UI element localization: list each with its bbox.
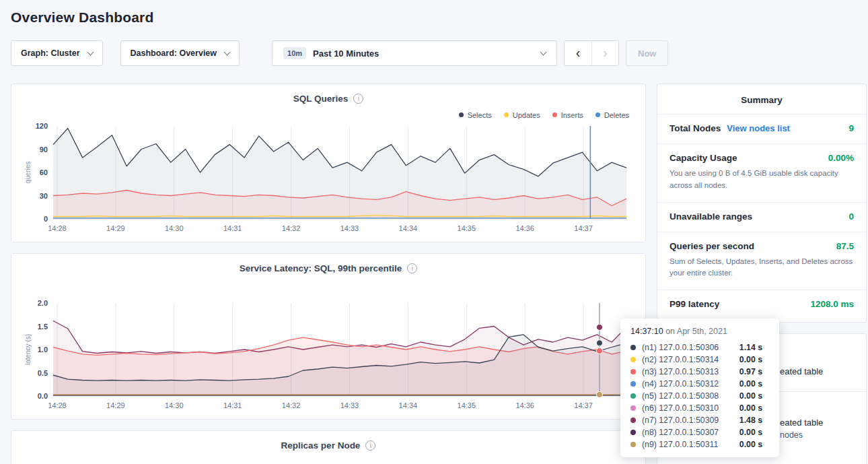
summary-value: 9 <box>848 123 854 133</box>
tooltip-node-label: (n3) 127.0.0.1:50313 <box>642 367 739 376</box>
node-color-dot-icon <box>630 442 636 447</box>
tooltip-rows: (n1) 127.0.0.1:503061.14 s(n2) 127.0.0.1… <box>620 341 779 451</box>
svg-text:14:29: 14:29 <box>106 224 125 232</box>
node-color-dot-icon <box>630 357 636 362</box>
svg-text:14:28: 14:28 <box>48 401 67 409</box>
summary-value: 1208.0 ms <box>810 299 854 309</box>
svg-text:14:37: 14:37 <box>574 401 593 409</box>
sql-queries-plot[interactable]: 14:2814:2914:3014:3114:3214:3314:3414:35… <box>22 121 633 236</box>
dashboard-controls: Graph: Cluster Dashboard: Overview 10m P… <box>11 40 867 66</box>
tooltip-node-value: 0.00 s <box>739 440 769 449</box>
svg-text:queries: queries <box>24 162 32 184</box>
node-color-dot-icon <box>630 405 636 411</box>
tooltip-node-label: (n7) 127.0.0.1:50309 <box>642 416 739 425</box>
legend-dot-icon <box>504 112 509 117</box>
summary-row: Unavailable ranges0 <box>670 211 854 222</box>
legend-dot-icon <box>552 112 557 117</box>
summary-item-capacity-usage: Capacity Usage0.00%You are using 0 B of … <box>657 143 866 202</box>
tooltip-node-value: 0.00 s <box>739 391 769 401</box>
svg-text:90: 90 <box>40 145 48 154</box>
legend-label: Deletes <box>604 111 629 119</box>
chevron-down-icon <box>540 48 547 55</box>
spacer <box>22 273 635 296</box>
svg-text:14:33: 14:33 <box>340 224 359 232</box>
tooltip-node-value: 0.00 s <box>739 379 769 389</box>
legend-item-inserts[interactable]: Inserts <box>552 110 583 119</box>
legend-item-updates[interactable]: Updates <box>504 110 540 119</box>
sql-queries-panel: SQL Queries i SelectsUpdatesInsertsDelet… <box>11 84 646 242</box>
svg-text:0.0: 0.0 <box>38 392 48 400</box>
summary-label-group: Queries per second <box>670 241 754 251</box>
legend-item-selects[interactable]: Selects <box>459 110 492 119</box>
summary-description: Sum of Selects, Updates, Inserts, and De… <box>670 256 854 280</box>
svg-text:latency (s): latency (s) <box>24 334 32 365</box>
sql-queries-legend: SelectsUpdatesInsertsDeletes <box>22 110 629 119</box>
tooltip-node-value: 1.48 s <box>739 416 769 425</box>
tooltip-node-value: 1.14 s <box>739 343 769 352</box>
svg-text:14:32: 14:32 <box>282 224 301 232</box>
tooltip-time: 14:37:10 <box>630 327 663 336</box>
tooltip-node-row: (n5) 127.0.0.1:503080.00 s <box>620 390 779 402</box>
summary-item-queries-per-second: Queries per second87.5Sum of Selects, Up… <box>657 232 866 290</box>
svg-text:14:36: 14:36 <box>515 224 534 232</box>
latency-plot[interactable]: 14:2814:2914:3014:3114:3214:3314:3414:35… <box>22 298 633 413</box>
time-step-buttons: ‹ › <box>564 40 619 66</box>
svg-text:14:36: 14:36 <box>515 401 534 409</box>
sql-queries-title-row: SQL Queries i <box>22 94 635 104</box>
replicas-per-node-panel: Replicas per Node i <box>11 430 646 464</box>
svg-text:14:35: 14:35 <box>458 224 476 232</box>
time-back-button[interactable]: ‹ <box>565 41 591 65</box>
info-icon[interactable]: i <box>407 263 417 273</box>
node-color-dot-icon <box>630 381 636 387</box>
svg-text:14:33: 14:33 <box>340 401 359 409</box>
summary-label: Unavailable ranges <box>670 211 752 222</box>
svg-text:14:30: 14:30 <box>165 224 184 232</box>
legend-item-deletes[interactable]: Deletes <box>595 110 629 119</box>
tooltip-node-row: (n6) 127.0.0.1:503100.00 s <box>620 402 779 414</box>
tooltip-date: on Apr 5th, 2021 <box>663 327 727 336</box>
service-latency-panel: Service Latency: SQL, 99th percentile i … <box>11 253 646 420</box>
sql-queries-chart[interactable]: 14:2814:2914:3014:3114:3214:3314:3414:35… <box>22 121 635 239</box>
tooltip-node-label: (n8) 127.0.0.1:50307 <box>642 428 739 437</box>
dashboard-select-label: Dashboard: Overview <box>131 48 217 58</box>
legend-dot-icon <box>595 112 600 117</box>
summary-item-total-nodes: Total NodesView nodes list9 <box>657 114 866 143</box>
node-color-dot-icon <box>630 345 636 350</box>
view-nodes-list-link[interactable]: View nodes list <box>727 123 790 133</box>
svg-text:14:34: 14:34 <box>399 224 418 232</box>
chevron-down-icon <box>87 48 94 55</box>
tooltip-node-label: (n1) 127.0.0.1:50306 <box>642 343 739 352</box>
svg-text:14:37: 14:37 <box>574 224 593 232</box>
tooltip-node-row: (n4) 127.0.0.1:503120.00 s <box>620 378 779 390</box>
svg-text:30: 30 <box>40 192 48 200</box>
tooltip-node-label: (n9) 127.0.0.1:50311 <box>642 440 739 449</box>
graph-scope-label: Graph: Cluster <box>21 48 80 58</box>
tooltip-node-value: 0.00 s <box>739 355 769 364</box>
replicas-title: Replicas per Node <box>281 440 361 451</box>
summary-row: Capacity Usage0.00% <box>670 153 854 163</box>
time-forward-button[interactable]: › <box>591 41 618 65</box>
tooltip-node-row: (n7) 127.0.0.1:503091.48 s <box>620 414 779 426</box>
page-title: Overview Dashboard <box>11 9 867 26</box>
dashboard-select-dropdown[interactable]: Dashboard: Overview <box>120 40 240 66</box>
svg-text:14:32: 14:32 <box>282 401 301 409</box>
summary-label-group: Total NodesView nodes list <box>670 123 790 133</box>
summary-label: Total Nodes <box>670 123 721 133</box>
summary-description: You are using 0 B of 4.5 GiB usable disk… <box>670 168 854 192</box>
svg-text:2.0: 2.0 <box>38 299 48 307</box>
summary-label-group: Capacity Usage <box>670 153 737 163</box>
svg-text:0: 0 <box>44 215 48 223</box>
info-icon[interactable]: i <box>353 94 363 104</box>
replicas-title-row: Replicas per Node i <box>22 440 635 451</box>
graph-scope-dropdown[interactable]: Graph: Cluster <box>11 40 103 66</box>
legend-label: Selects <box>468 111 492 119</box>
time-range-dropdown[interactable]: 10m Past 10 Minutes <box>272 40 557 66</box>
time-range-badge: 10m <box>283 47 306 59</box>
summary-item-unavailable-ranges: Unavailable ranges0 <box>657 202 866 232</box>
summary-row: P99 latency1208.0 ms <box>670 299 854 309</box>
service-latency-chart[interactable]: 14:2814:2914:3014:3114:3214:3314:3414:35… <box>22 298 635 416</box>
tooltip-node-label: (n6) 127.0.0.1:50310 <box>642 403 739 413</box>
now-button[interactable]: Now <box>626 40 668 66</box>
info-icon[interactable]: i <box>365 440 375 451</box>
tooltip-node-row: (n8) 127.0.0.1:503070.00 s <box>620 426 779 438</box>
